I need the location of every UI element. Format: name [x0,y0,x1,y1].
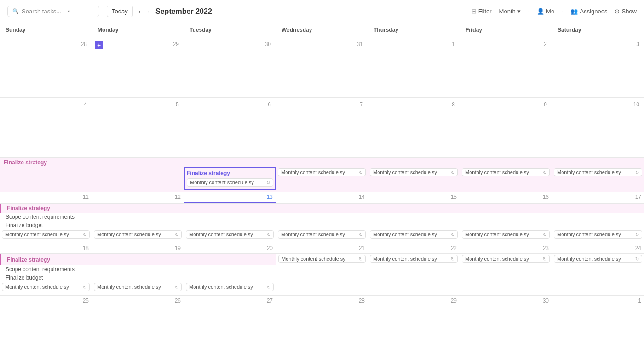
day-sep2: 2 [460,37,552,97]
finalize-budget-row: Finalize budget [0,221,644,229]
day-num-28: 28 [3,40,89,48]
task-chip-w5-tue[interactable]: Monthly content schedule sy ↻ [186,283,274,291]
day-num-3: 3 [555,40,641,48]
day-num-29: 29 [95,40,181,48]
assignees-button[interactable]: 👥 Assignees [570,8,607,15]
header-monday: Monday [92,23,184,37]
task-chip-w3-fri[interactable]: Monthly content schedule sy ↻ [462,168,550,176]
day-num-oct1: 1 [552,296,644,306]
chip-text-w3f: Monthly content schedule sy [465,169,541,175]
add-event-button[interactable]: + [95,41,103,49]
month-dropdown-icon: ▾ [518,8,521,15]
task-chip-w3-sat[interactable]: Monthly content schedule sy ↻ [554,168,642,176]
day-num-9: 9 [463,100,549,109]
day-sep3: 3 [552,37,644,97]
me-button[interactable]: 👤 Me [537,8,554,15]
chip-sync-icon-t: ↻ [451,170,454,175]
prev-arrow[interactable]: ‹ [137,7,143,16]
week-row-2: 4 5 6 7 8 9 10 [0,98,644,158]
day-num-5: 5 [95,100,181,109]
day-num-20: 20 [184,243,276,253]
chip-w5-mon: Monthly content schedule sy ↻ [92,282,184,293]
header-right: ⊟ Filter Month ▾ · 👤 Me · 👥 Assignees ⊙ … [472,8,637,15]
day-num-10: 10 [555,100,641,109]
week-3-section: Finalize strategy Finalize strategy Mont… [0,158,644,204]
day-num-8: 8 [371,100,457,109]
today-button[interactable]: Today [107,6,133,17]
task-chip-w4-mon[interactable]: Monthly content schedule sy ↻ [94,230,182,239]
chip-w5-tue: Monthly content schedule sy ↻ [184,282,276,293]
day-sep4: 4 [0,98,92,158]
show-button[interactable]: ⊙ Show [615,8,637,15]
header-thursday: Thursday [368,23,460,37]
task-chip-w3-thu[interactable]: Monthly content schedule sy ↻ [370,168,458,176]
task-chip-w5-mon[interactable]: Monthly content schedule sy ↻ [94,283,182,291]
next-arrow[interactable]: › [146,7,152,16]
day-num-27: 27 [184,296,276,306]
chip-sync-icon-f: ↻ [543,170,546,175]
task-chip-w5-fri[interactable]: Monthly content schedule sy ↻ [462,255,550,263]
day-num-22: 22 [368,243,460,253]
search-box[interactable]: 🔍 Search tasks... ▾ [7,6,99,17]
chip-text: Monthly content schedule sy [190,180,264,185]
day-sep7: 7 [276,98,368,158]
day-aug29: + 29 [92,37,184,97]
day-sep6: 6 [184,98,276,158]
chip-cell-w4-sat: Monthly content schedule sy ↻ [552,229,644,241]
filter-button[interactable]: ⊟ Filter [472,8,492,15]
task-chip-w4-fri[interactable]: Monthly content schedule sy ↻ [462,230,550,239]
header-tuesday: Tuesday [184,23,276,37]
day-headers: Sunday Monday Tuesday Wednesday Thursday… [0,23,644,37]
day-sep1: 1 [368,37,460,97]
chip-w5-wed: Monthly content schedule sy ↻ [276,254,368,265]
day-num-13: 13 [184,192,276,203]
chip-sync-icon-w: ↻ [359,170,362,175]
day-num-26: 26 [92,296,184,306]
task-chip-w3-wed[interactable]: Monthly content schedule sy ↻ [278,168,366,176]
show-icon: ⊙ [615,8,620,15]
week-5-section: Finalize strategy Monthly content schedu… [0,254,644,306]
task-chip-w3-tue[interactable]: Monthly content schedule sy ↻ [187,178,273,187]
day-num-25: 25 [0,296,92,306]
day-sep9: 9 [460,98,552,158]
empty-w5-fri2 [460,282,552,293]
filter-icon: ⊟ [472,8,477,15]
task-chip-w5-thu[interactable]: Monthly content schedule sy ↻ [370,255,458,263]
chip-cell-w4-wed: Monthly content schedule sy ↻ [276,229,368,241]
chip-cell-w3-tue[interactable]: Finalize strategy Monthly content schedu… [184,167,276,190]
chip-w5-thu: Monthly content schedule sy ↻ [368,254,460,265]
day-num-30b: 30 [460,296,552,306]
week-4-section: Finalize strategy Scope content requirem… [0,204,644,254]
search-input[interactable]: Search tasks... [22,8,61,15]
task-chip-w4-tue[interactable]: Monthly content schedule sy ↻ [186,230,274,239]
day-num-15: 15 [368,192,460,203]
day-num-14: 14 [276,192,368,203]
month-button[interactable]: Month ▾ [499,8,521,15]
chip-cell-w4-mon: Monthly content schedule sy ↻ [92,229,184,241]
chip-cell-w3-0 [0,167,92,190]
week5-finalize-bar[interactable]: Finalize strategy [0,254,276,265]
chip-cell-w3-fri: Monthly content schedule sy ↻ [460,167,552,190]
task-chip-w5-wed[interactable]: Monthly content schedule sy ↻ [278,255,366,263]
task-chip-w5-sat[interactable]: Monthly content schedule sy ↻ [554,255,642,263]
day-num-11: 11 [0,192,92,203]
chip-sync-icon: ↻ [266,180,270,185]
day-num-16: 16 [460,192,552,203]
week5-finalize-label: Finalize strategy [7,257,50,263]
day-sep8: 8 [368,98,460,158]
task-chip-w4-sun[interactable]: Monthly content schedule sy ↻ [2,230,90,239]
calendar-header: 🔍 Search tasks... ▾ Today ‹ › September … [0,0,644,23]
task-chip-w4-wed[interactable]: Monthly content schedule sy ↻ [278,230,366,239]
day-num-29b: 29 [368,296,460,306]
finalize-strategy-label: Finalize strategy [4,159,47,166]
week4-finalize-bar[interactable]: Finalize strategy [0,204,644,213]
day-num-31: 31 [279,40,365,48]
finalize-strategy-bar[interactable]: Finalize strategy [0,158,552,167]
chip-text-w3t: Monthly content schedule sy [373,169,449,175]
task-chip-w4-sat[interactable]: Monthly content schedule sy ↻ [554,230,642,239]
task-chip-w5-sun[interactable]: Monthly content schedule sy ↻ [2,283,90,291]
chip-w5-sun: Monthly content schedule sy ↻ [0,282,92,293]
day-num-21: 21 [276,243,368,253]
task-chip-w4-thu[interactable]: Monthly content schedule sy ↻ [370,230,458,239]
chip-cell-w3-wed: Monthly content schedule sy ↻ [276,167,368,190]
